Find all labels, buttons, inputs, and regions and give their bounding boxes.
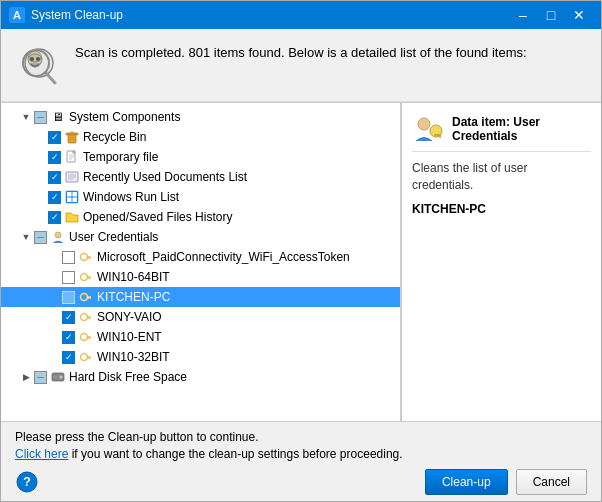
checkbox-win10-64bit[interactable] — [62, 271, 75, 284]
info-panel: Data item: User Credentials Cleans the l… — [401, 103, 601, 421]
svg-point-26 — [55, 232, 61, 238]
tree-item-recycle-bin[interactable]: ✓ Recycle Bin — [1, 127, 400, 147]
tree-item-label: User Credentials — [69, 230, 158, 244]
footer: Please press the Clean-up button to cont… — [1, 421, 601, 501]
svg-line-5 — [46, 73, 55, 83]
tree-item-label: Windows Run List — [83, 190, 179, 204]
tree-item-ms-paid[interactable]: Microsoft_PaidConnectivity_WiFi_AccessTo… — [1, 247, 400, 267]
svg-rect-25 — [73, 198, 78, 203]
svg-rect-13 — [73, 151, 75, 153]
expander-icon: ▶ — [19, 370, 33, 384]
expander-icon — [47, 350, 61, 364]
help-icon[interactable]: ? — [15, 470, 39, 494]
expander-icon — [47, 310, 61, 324]
expander-icon — [47, 270, 61, 284]
svg-point-43 — [81, 334, 88, 341]
info-panel-title: Data item: User Credentials — [452, 115, 591, 143]
svg-point-27 — [81, 254, 88, 261]
app-icon: A — [9, 7, 25, 23]
svg-rect-24 — [67, 198, 72, 203]
tree-item-kitchen-pc[interactable]: KITCHEN-PC — [1, 287, 400, 307]
tree-item-label: Recently Used Documents List — [83, 170, 247, 184]
checkbox-win10-ent[interactable]: ✓ — [62, 331, 75, 344]
key-icon — [78, 269, 94, 285]
tree-item-win10-64bit[interactable]: WIN10-64BIT — [1, 267, 400, 287]
tree-item-user-credentials[interactable]: ▼ ─ User Credentials — [1, 227, 400, 247]
main-content: ▼ ─ 🖥 System Components ✓ Recycle Bin ✓ — [1, 102, 601, 421]
expander-icon — [33, 170, 47, 184]
checkbox-temporary-file[interactable]: ✓ — [48, 151, 61, 164]
checkbox-system-components[interactable]: ─ — [34, 111, 47, 124]
expander-icon: ▼ — [19, 230, 33, 244]
footer-text1: Please press the Clean-up button to cont… — [15, 430, 587, 444]
tree-item-system-components[interactable]: ▼ ─ 🖥 System Components — [1, 107, 400, 127]
key-icon — [78, 329, 94, 345]
svg-rect-7 — [68, 134, 76, 143]
tree-item-opened-saved[interactable]: ✓ Opened/Saved Files History — [1, 207, 400, 227]
minimize-button[interactable]: – — [509, 1, 537, 29]
svg-text:?: ? — [23, 474, 31, 489]
windows-run-icon — [64, 189, 80, 205]
system-components-icon: 🖥 — [50, 109, 66, 125]
header-section: Scan is completed. 801 items found. Belo… — [1, 29, 601, 102]
checkbox-recently-used[interactable]: ✓ — [48, 171, 61, 184]
title-bar: A System Clean-up – □ ✕ — [1, 1, 601, 29]
tree-item-temporary-file[interactable]: ✓ Temporary file — [1, 147, 400, 167]
svg-rect-22 — [67, 192, 72, 197]
svg-point-52 — [60, 376, 63, 379]
svg-point-35 — [81, 294, 88, 301]
scan-icon — [15, 43, 63, 91]
close-button[interactable]: ✕ — [565, 1, 593, 29]
tree-item-label: Temporary file — [83, 150, 158, 164]
svg-point-31 — [81, 274, 88, 281]
checkbox-win10-32bit[interactable]: ✓ — [62, 351, 75, 364]
tree-panel[interactable]: ▼ ─ 🖥 System Components ✓ Recycle Bin ✓ — [1, 103, 401, 421]
tree-item-windows-run[interactable]: ✓ Windows Run List — [1, 187, 400, 207]
recycle-bin-icon — [64, 129, 80, 145]
svg-point-47 — [81, 354, 88, 361]
expander-icon — [47, 250, 61, 264]
expander-icon — [47, 290, 61, 304]
key-icon — [78, 309, 94, 325]
expander-icon — [33, 150, 47, 164]
checkbox-recycle-bin[interactable]: ✓ — [48, 131, 61, 144]
opened-saved-icon — [64, 209, 80, 225]
tree-item-label: WIN10-ENT — [97, 330, 162, 344]
maximize-button[interactable]: □ — [537, 1, 565, 29]
info-panel-description: Cleans the list of user credentials. — [412, 160, 591, 194]
expander-icon — [33, 130, 47, 144]
info-panel-icon — [412, 113, 444, 145]
tree-item-label: Recycle Bin — [83, 130, 146, 144]
footer-link[interactable]: Click here — [15, 447, 68, 461]
checkbox-opened-saved[interactable]: ✓ — [48, 211, 61, 224]
tree-item-label: WIN10-32BIT — [97, 350, 170, 364]
expander-icon — [33, 210, 47, 224]
footer-link-row: Click here if you want to change the cle… — [15, 447, 587, 461]
checkbox-windows-run[interactable]: ✓ — [48, 191, 61, 204]
tree-item-hard-disk[interactable]: ▶ ─ Hard Disk Free Space — [1, 367, 400, 387]
tree-item-recently-used[interactable]: ✓ Recently Used Documents List — [1, 167, 400, 187]
tree-item-label: System Components — [69, 110, 180, 124]
tree-item-win10-ent[interactable]: ✓ WIN10-ENT — [1, 327, 400, 347]
checkbox-sony-vaio[interactable]: ✓ — [62, 311, 75, 324]
hard-disk-icon — [50, 369, 66, 385]
checkbox-kitchen-pc[interactable] — [62, 291, 75, 304]
cleanup-button[interactable]: Clean-up — [425, 469, 508, 495]
svg-rect-8 — [66, 133, 78, 135]
footer-link-suffix: if you want to change the clean-up setti… — [68, 447, 402, 461]
tree-item-sony-vaio[interactable]: ✓ SONY-VAIO — [1, 307, 400, 327]
checkbox-user-credentials[interactable]: ─ — [34, 231, 47, 244]
tree-item-label: Opened/Saved Files History — [83, 210, 232, 224]
key-icon — [78, 349, 94, 365]
cancel-button[interactable]: Cancel — [516, 469, 587, 495]
svg-point-39 — [81, 314, 88, 321]
checkbox-hard-disk[interactable]: ─ — [34, 371, 47, 384]
tree-item-label: Hard Disk Free Space — [69, 370, 187, 384]
expander-icon — [47, 330, 61, 344]
user-cred-icon — [50, 229, 66, 245]
svg-point-54 — [418, 118, 430, 130]
checkbox-ms-paid[interactable] — [62, 251, 75, 264]
tree-item-win10-32bit[interactable]: ✓ WIN10-32BIT — [1, 347, 400, 367]
info-panel-machine: KITCHEN-PC — [412, 202, 591, 216]
tree-item-label: KITCHEN-PC — [97, 290, 170, 304]
